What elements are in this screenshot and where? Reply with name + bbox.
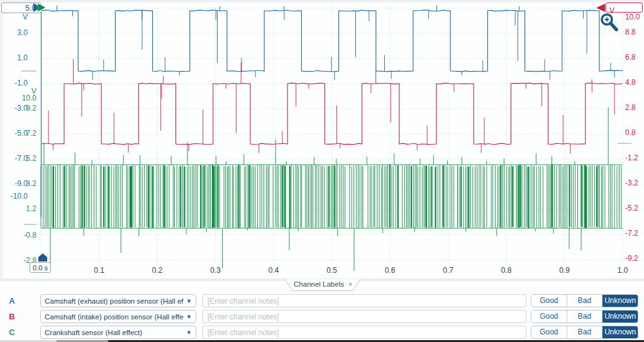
channel-a-letter: A (6, 296, 18, 306)
channel-c-unknown-button[interactable]: Unknown (602, 326, 638, 338)
channel-c-rating-group: Good Bad Unknown (531, 326, 638, 339)
channel-labels-panel: Channel Labels × A Camshaft (exhaust) po… (0, 281, 644, 342)
waveform-svg[interactable] (0, 0, 644, 279)
channel-c-bad-button[interactable]: Bad (567, 326, 602, 338)
tab-close-icon[interactable]: × (348, 280, 352, 288)
channel-a-notes-input[interactable] (203, 294, 526, 307)
tab-channel-labels-title: Channel Labels (282, 280, 356, 288)
channel-c-notes-input[interactable] (203, 326, 526, 339)
trigger-time-flag[interactable]: 0.0 s (30, 262, 51, 273)
channel-a-sensor-value: Camshaft (exhaust) position sensor (Hall… (45, 297, 184, 305)
channel-b-unknown-button[interactable]: Unknown (602, 311, 638, 323)
zoom-in-icon[interactable] (598, 12, 623, 36)
channel-b-sensor-value: Camshaft (intake) position sensor (Hall … (45, 313, 184, 321)
channel-b-notes-input[interactable] (203, 310, 526, 323)
channel-c-good-button[interactable]: Good (531, 326, 567, 338)
channel-row-a: A Camshaft (exhaust) position sensor (Ha… (0, 294, 644, 307)
channel-c-sensor-dropdown[interactable]: Crankshaft sensor (Hall effect) ▼ (40, 326, 196, 339)
chevron-down-icon: ▼ (186, 298, 192, 304)
wave-a-spikes (57, 5, 615, 80)
channel-b-marker-icon[interactable] (596, 3, 606, 13)
waveform-chart[interactable]: 3.01.0-1.0-3.0-5.0-7.0-9.0-10.010.09.27.… (0, 0, 644, 279)
channel-row-c: C Crankshaft sensor (Hall effect) ▼ Good… (0, 326, 644, 339)
tab-channel-labels[interactable]: Channel Labels × (282, 279, 365, 292)
zero-level-markers (21, 71, 631, 224)
chevron-down-icon: ▼ (186, 314, 192, 320)
channel-c-letter: C (6, 328, 18, 337)
channel-b-good-button[interactable]: Good (531, 311, 567, 323)
channel-a-good-button[interactable]: Good (531, 295, 567, 307)
channel-b-bad-button[interactable]: Bad (567, 311, 602, 323)
channel-b-letter: B (6, 312, 18, 321)
picoscope-window: 3.01.0-1.0-3.0-5.0-7.0-9.0-10.010.09.27.… (0, 0, 644, 342)
channel-c-marker-icon[interactable] (38, 3, 47, 13)
channel-c-sensor-value: Crankshaft sensor (Hall effect) (45, 329, 184, 336)
channel-a-bad-button[interactable]: Bad (567, 295, 602, 307)
channel-b-unit-label: V (609, 6, 614, 15)
channel-b-rating-group: Good Bad Unknown (531, 310, 638, 323)
channel-row-b: B Camshaft (intake) position sensor (Hal… (0, 310, 644, 323)
channel-a-sensor-dropdown[interactable]: Camshaft (exhaust) position sensor (Hall… (40, 294, 196, 307)
trigger-marker-icon[interactable] (38, 253, 48, 262)
channel-a-rating-group: Good Bad Unknown (531, 294, 638, 307)
wave-c-spikes (44, 108, 608, 271)
channel-a-unknown-button[interactable]: Unknown (602, 295, 638, 307)
channel-c-unit-label: V (23, 87, 36, 96)
channel-b-sensor-dropdown[interactable]: Camshaft (intake) position sensor (Hall … (40, 310, 196, 323)
chevron-down-icon: ▼ (186, 329, 192, 336)
trigger-time-value: 0.0 s (33, 264, 48, 272)
channel-a-unit-label: V (14, 13, 28, 21)
